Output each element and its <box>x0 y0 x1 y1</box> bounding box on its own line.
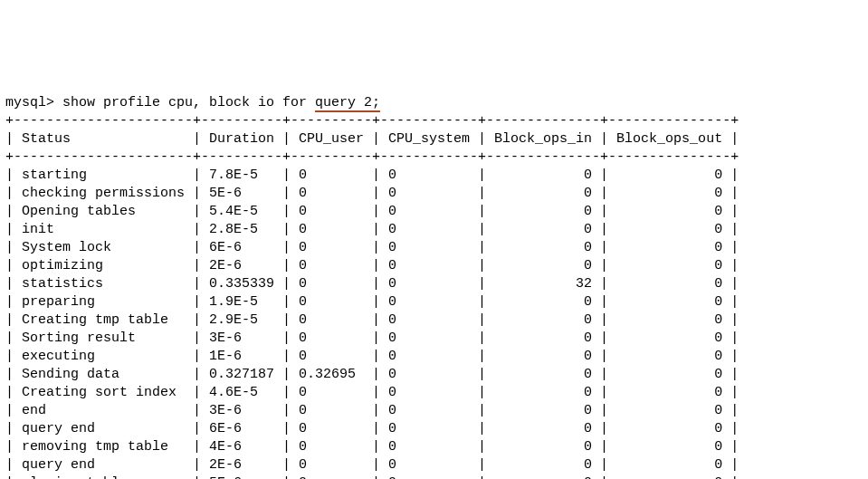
mysql-prompt: mysql> <box>5 95 62 110</box>
ascii-table: +----------------------+----------+-----… <box>5 112 863 479</box>
sql-command: show profile cpu, block io for query 2; <box>62 95 380 112</box>
query-id-highlight: query 2; <box>315 95 380 112</box>
terminal-output: mysql> show profile cpu, block io for qu… <box>5 76 863 479</box>
